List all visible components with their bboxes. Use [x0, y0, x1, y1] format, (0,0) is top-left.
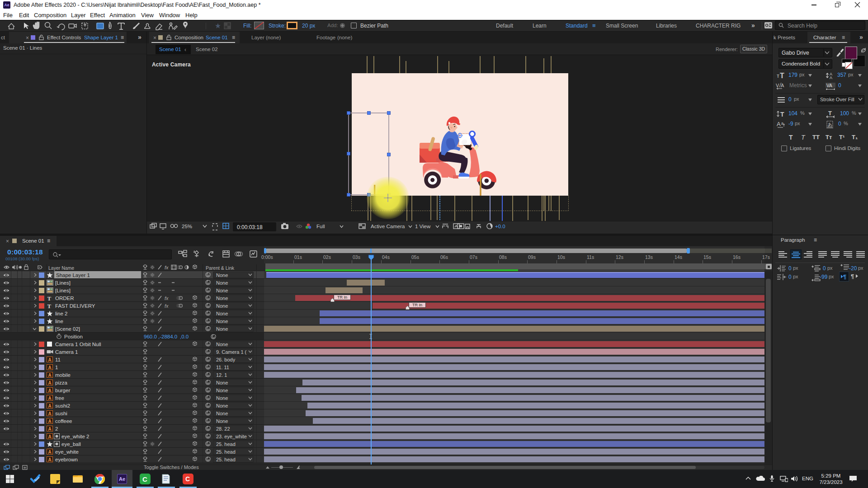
svg-text:A: A — [48, 450, 52, 455]
svg-text:¶: ¶ — [843, 273, 846, 280]
svg-text:T: T — [780, 111, 784, 118]
svg-text:A: A — [48, 396, 52, 401]
svg-text:fx: fx — [165, 296, 169, 301]
svg-text:A: A — [777, 121, 781, 127]
svg-text:T: T — [47, 295, 52, 301]
svg-text:A: A — [48, 419, 52, 424]
svg-text:T: T — [780, 72, 784, 80]
svg-text:A: A — [48, 434, 52, 439]
svg-text:A: A — [48, 457, 52, 462]
svg-text:A: A — [48, 388, 52, 393]
svg-text:V: V — [776, 83, 779, 88]
svg-text:A: A — [830, 75, 832, 80]
svg-text:C: C — [185, 475, 190, 483]
svg-text:A: A — [48, 365, 52, 370]
svg-text:a: a — [781, 121, 783, 126]
svg-text:A: A — [48, 357, 52, 362]
svg-text:A: A — [48, 427, 52, 432]
svg-text:fx: fx — [165, 265, 169, 270]
svg-text:ᴛ: ᴛ — [777, 72, 779, 79]
svg-text:A: A — [48, 380, 52, 385]
svg-text:A: A — [48, 373, 52, 378]
svg-text:A: A — [48, 404, 52, 408]
svg-text:あ: あ — [828, 122, 832, 127]
svg-text:A: A — [781, 83, 784, 88]
svg-text:¶: ¶ — [851, 273, 854, 280]
svg-text:T: T — [828, 110, 832, 117]
svg-text:T: T — [47, 303, 52, 309]
svg-text:VA: VA — [826, 83, 832, 88]
svg-text:A: A — [48, 411, 52, 416]
svg-text:C: C — [142, 475, 147, 483]
svg-text:fx: fx — [165, 303, 169, 309]
